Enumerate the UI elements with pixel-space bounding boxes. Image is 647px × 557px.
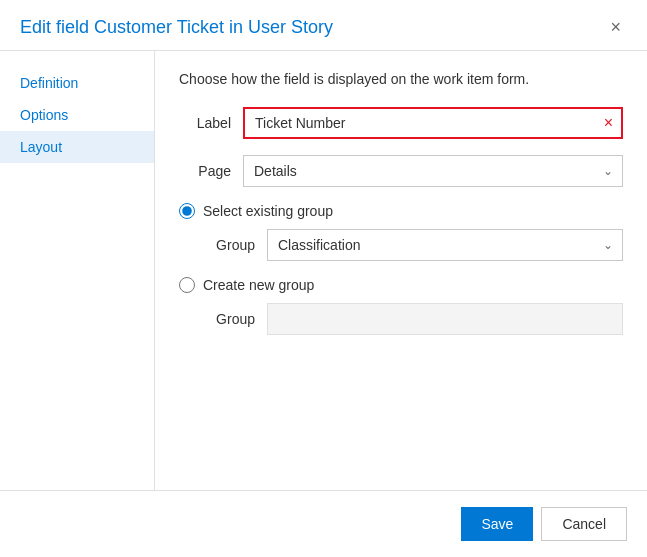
create-new-group-section: Create new group Group [179, 277, 623, 335]
new-group-input[interactable] [267, 303, 623, 335]
label-input-container: × [243, 107, 623, 139]
page-field-label: Page [179, 163, 231, 179]
dialog-header: Edit field Customer Ticket in User Story… [0, 0, 647, 51]
sidebar-item-options[interactable]: Options [0, 99, 154, 131]
label-input[interactable] [245, 109, 596, 137]
sidebar: Definition Options Layout [0, 51, 155, 490]
select-existing-group-section: Select existing group Group Classificati… [179, 203, 623, 261]
cancel-button[interactable]: Cancel [541, 507, 627, 541]
group-select[interactable]: Classification Planning Status [267, 229, 623, 261]
form-description: Choose how the field is displayed on the… [179, 71, 623, 87]
sidebar-item-definition[interactable]: Definition [0, 67, 154, 99]
save-button[interactable]: Save [461, 507, 533, 541]
create-new-label[interactable]: Create new group [203, 277, 314, 293]
page-select-wrapper: Details Description Links Attachments ⌄ [243, 155, 623, 187]
existing-group-row: Group Classification Planning Status ⌄ [203, 229, 623, 261]
create-new-radio-row: Create new group [179, 277, 623, 293]
create-new-radio[interactable] [179, 277, 195, 293]
sidebar-item-layout[interactable]: Layout [0, 131, 154, 163]
label-row: Label × [179, 107, 623, 139]
radio-section: Select existing group Group Classificati… [179, 203, 623, 335]
new-group-label: Group [203, 311, 255, 327]
group-select-wrapper: Classification Planning Status ⌄ [267, 229, 623, 261]
page-row: Page Details Description Links Attachmen… [179, 155, 623, 187]
select-existing-radio[interactable] [179, 203, 195, 219]
main-content: Choose how the field is displayed on the… [155, 51, 647, 490]
dialog-body: Definition Options Layout Choose how the… [0, 51, 647, 490]
clear-label-button[interactable]: × [596, 111, 621, 135]
label-field-label: Label [179, 115, 231, 131]
edit-field-dialog: Edit field Customer Ticket in User Story… [0, 0, 647, 557]
dialog-title: Edit field Customer Ticket in User Story [20, 17, 333, 38]
existing-group-label: Group [203, 237, 255, 253]
select-existing-radio-row: Select existing group [179, 203, 623, 219]
close-button[interactable]: × [604, 16, 627, 38]
page-select[interactable]: Details Description Links Attachments [243, 155, 623, 187]
dialog-footer: Save Cancel [0, 490, 647, 557]
new-group-row: Group [203, 303, 623, 335]
select-existing-label[interactable]: Select existing group [203, 203, 333, 219]
